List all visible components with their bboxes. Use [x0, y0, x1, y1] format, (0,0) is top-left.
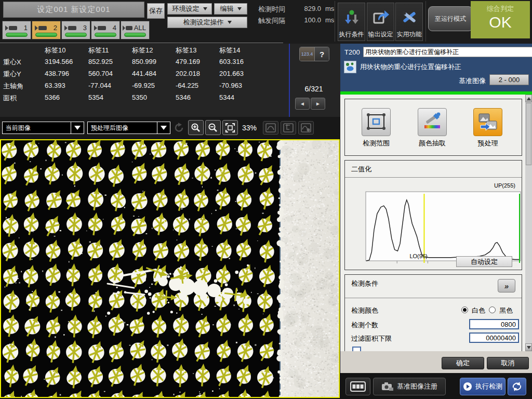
col-header: 标签14: [219, 46, 240, 55]
reference-image-selector[interactable]: 2 - 000: [489, 74, 529, 85]
color-extract-button[interactable]: [418, 108, 447, 136]
chevron-down-icon: [228, 21, 232, 24]
camera-icon: [64, 25, 77, 31]
detect-count-input[interactable]: [469, 319, 519, 329]
cell: 63.393: [45, 82, 65, 89]
filter-area-label: 过滤面积下限: [351, 334, 392, 343]
chevron-down-icon: [71, 122, 84, 134]
status-bar-green: [6, 33, 28, 37]
partial-checkbox[interactable]: [352, 347, 361, 351]
setting-title: 设定001 新设定001: [3, 2, 144, 18]
camera-tab-2-active[interactable]: 2: [32, 21, 61, 39]
cell: 441.484: [132, 70, 156, 77]
confirm-strip: 确定 取消: [340, 351, 532, 373]
scroll-up-button[interactable]: [525, 95, 532, 102]
tool-header: T200 用块状物的重心进行位置偏移补正 基准图像 2 - 000: [340, 44, 532, 91]
divider: [335, 1, 335, 42]
preprocess-button-active[interactable]: [473, 108, 502, 136]
scrollbar-thumb[interactable]: [526, 103, 531, 165]
panel-scrollbar[interactable]: [525, 95, 532, 351]
fit-screen-button[interactable]: [222, 120, 238, 135]
save-button[interactable]: 保存: [147, 3, 165, 19]
radio-white-selected[interactable]: [461, 307, 468, 313]
cell: 5366: [45, 94, 60, 101]
help-button[interactable]: ?: [314, 47, 329, 61]
run-mode-button[interactable]: 至运行模式: [428, 6, 473, 31]
option-black: 黑色: [499, 306, 513, 315]
preprocess-label: 预处理: [467, 139, 509, 148]
utility-button[interactable]: 实用功能: [395, 3, 423, 41]
return-view-button-disabled: [281, 121, 296, 135]
tool-name-input[interactable]: [363, 47, 532, 57]
zoom-in-button[interactable]: [188, 120, 204, 135]
filter-area-input[interactable]: [469, 332, 519, 343]
histogram[interactable]: [365, 190, 522, 265]
chevron-down-icon: [237, 7, 242, 10]
detect-range-button[interactable]: [362, 108, 391, 136]
zoom-out-icon: [208, 123, 218, 133]
trigger-interval-value: 100.0: [295, 16, 321, 24]
camera-image-frame: [0, 139, 340, 398]
camera-register-icon: [381, 382, 394, 391]
image-history-button[interactable]: [345, 378, 370, 395]
camera-tab-4[interactable]: 4: [91, 21, 120, 39]
cell: 5346: [176, 94, 191, 101]
cell: 852.925: [88, 58, 113, 65]
trigger-interval-label: 触发间隔: [258, 16, 285, 25]
zoom-out-button[interactable]: [205, 120, 221, 135]
export-arrow-icon: [372, 8, 390, 26]
register-reference-button[interactable]: 基准图像注册: [373, 378, 446, 395]
detection-condition-title: 检测条件: [351, 279, 378, 288]
row-label: 重心X: [3, 58, 21, 67]
auto-set-button[interactable]: 自动设定: [456, 256, 512, 267]
scroll-down-button[interactable]: [525, 343, 532, 351]
output-setting-button[interactable]: 输出设定: [367, 3, 394, 41]
radio-black[interactable]: [489, 307, 496, 313]
cell: 3194.566: [45, 58, 73, 65]
image-stage-dropdown[interactable]: 预处理后图像: [87, 122, 170, 134]
col-header: 标签13: [176, 46, 196, 55]
exec-condition-button[interactable]: 执行条件: [338, 3, 365, 41]
camera-tab-all[interactable]: ALL: [121, 21, 150, 39]
camera-tab-1[interactable]: 1: [2, 21, 31, 39]
reference-image-label: 基准图像: [459, 76, 486, 86]
status-bar-green: [65, 33, 87, 37]
upper-threshold-label: UP(255): [494, 182, 515, 189]
camera-image-canvas[interactable]: [1, 140, 339, 397]
continuous-run-button[interactable]: [508, 378, 526, 395]
cell: -69.925: [132, 82, 155, 89]
camera-icon: [35, 25, 47, 31]
play-icon: [463, 382, 472, 391]
environment-menu[interactable]: 环境设定: [167, 3, 212, 15]
status-bar-green: [95, 33, 116, 37]
profile-view-button-disabled: [263, 121, 278, 135]
next-page-button[interactable]: ►: [311, 98, 325, 110]
binarization-group: 二值化 UP(255) LO(96) 自动设定: [344, 160, 522, 270]
camera-tab-3[interactable]: 3: [61, 21, 90, 39]
blob-tool-icon: [344, 61, 356, 73]
range-icon: [365, 112, 387, 132]
detect-count-label: 检测个数: [351, 321, 378, 330]
cancel-button[interactable]: 取消: [487, 357, 529, 369]
run-detection-button[interactable]: 执行检测: [460, 378, 506, 395]
detect-setting-ops-menu[interactable]: 检测设定操作: [167, 17, 247, 28]
cell: 438.796: [45, 70, 69, 77]
row-label: 主轴角: [3, 82, 23, 91]
detect-color-label: 检测颜色: [351, 306, 378, 315]
divider: [289, 44, 290, 117]
settings-scroll-area: 检测范围 颜色抽取: [340, 95, 532, 351]
divider: [345, 298, 522, 298]
ok-button[interactable]: 确定: [442, 357, 484, 369]
camera-icon: [5, 25, 18, 31]
cell: 479.169: [176, 58, 200, 65]
expand-button[interactable]: »: [498, 279, 515, 292]
edit-menu[interactable]: 编辑: [214, 3, 247, 15]
profile-settings-button-disabled: [298, 121, 314, 135]
image-source-dropdown[interactable]: 当前图像: [2, 122, 84, 134]
flow-arrows-icon: [343, 8, 361, 26]
cell: -70.963: [219, 82, 242, 89]
prev-page-button[interactable]: ◄: [295, 98, 310, 110]
trigger-interval-unit: ms: [325, 16, 334, 24]
tool-id: T200: [344, 48, 360, 56]
numeric-display-button[interactable]: 123.4: [300, 47, 314, 61]
